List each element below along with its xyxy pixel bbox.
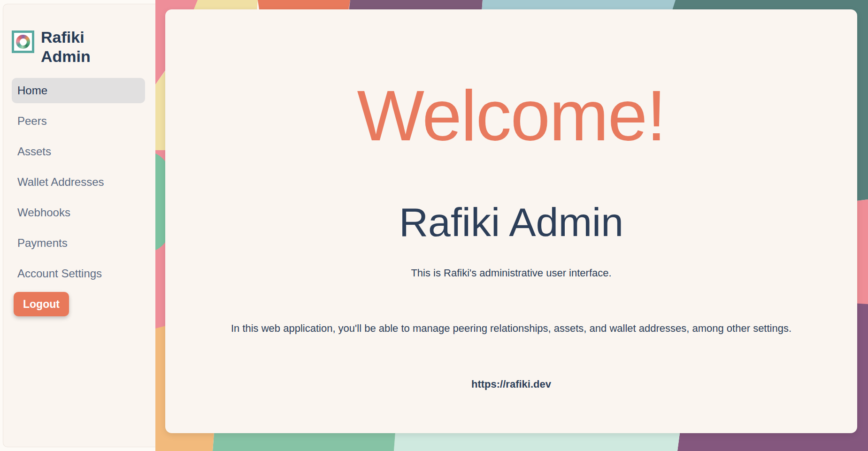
sidebar-item-label: Assets [17, 145, 51, 158]
subtitle-text: This is Rafiki's administrative user int… [165, 267, 857, 279]
description-text: In this web application, you'll be able … [165, 322, 857, 335]
sidebar-item-wallet-addresses[interactable]: Wallet Addresses [12, 169, 145, 195]
rafiki-dev-link[interactable]: https://rafiki.dev [165, 378, 857, 390]
sidebar-item-label: Account Settings [17, 267, 102, 280]
sidebar-item-webhooks[interactable]: Webhooks [12, 200, 145, 225]
page-title: Rafiki Admin [165, 202, 857, 242]
sidebar-item-label: Wallet Addresses [17, 176, 104, 189]
sidebar-item-assets[interactable]: Assets [12, 139, 145, 164]
brand: Rafiki Admin [12, 28, 116, 67]
sidebar-item-label: Webhooks [17, 206, 70, 219]
sidebar-nav: Home Peers Assets Wallet Addresses Webho… [12, 78, 145, 291]
logo-hole [20, 38, 27, 46]
sidebar-item-label: Payments [17, 237, 68, 250]
logout-button[interactable]: Logout [14, 292, 69, 316]
sidebar-item-peers[interactable]: Peers [12, 108, 145, 134]
sidebar-item-label: Home [17, 84, 47, 97]
sidebar-item-account-settings[interactable]: Account Settings [12, 261, 145, 286]
welcome-heading: Welcome! [165, 80, 857, 151]
main-card: Welcome! Rafiki Admin This is Rafiki's a… [165, 9, 857, 433]
rafiki-ring-logo-icon [12, 31, 34, 53]
sidebar-item-payments[interactable]: Payments [12, 230, 145, 256]
brand-title: Rafiki Admin [41, 28, 116, 67]
sidebar-item-home[interactable]: Home [12, 78, 145, 103]
sidebar-item-label: Peers [17, 115, 47, 128]
sidebar: Rafiki Admin Home Peers Assets Wallet Ad… [3, 4, 155, 447]
logo-ring [16, 35, 30, 49]
